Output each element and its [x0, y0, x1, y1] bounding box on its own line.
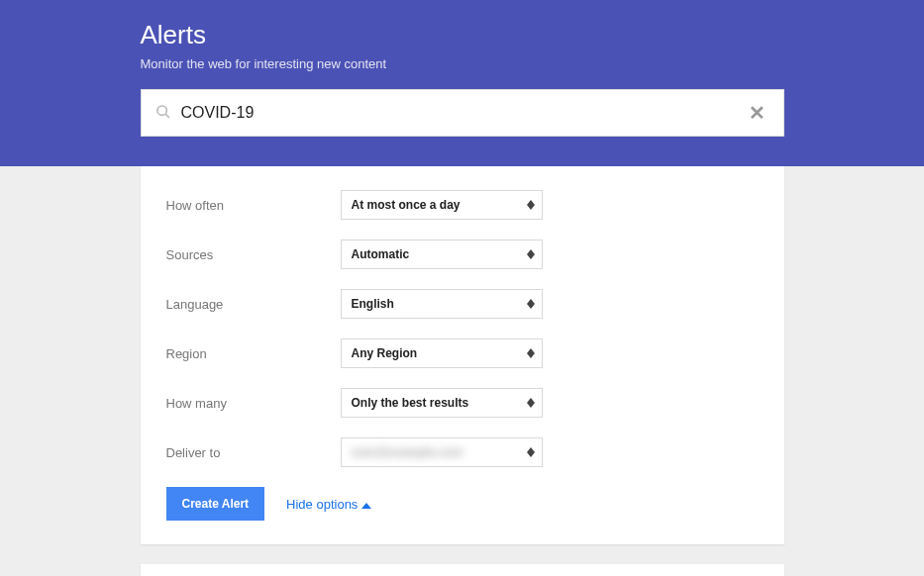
svg-line-1	[165, 114, 169, 118]
clear-icon[interactable]: ✕	[745, 101, 770, 125]
deliver-to-select[interactable]: user@example.com	[341, 437, 543, 467]
option-label: How often	[166, 198, 341, 213]
option-row-deliver-to: Deliver to user@example.com	[166, 437, 759, 467]
create-alert-button[interactable]: Create Alert	[166, 487, 265, 521]
option-label: Sources	[166, 247, 341, 262]
actions-row: Create Alert Hide options	[166, 487, 759, 521]
search-input[interactable]	[181, 104, 745, 122]
preview-panel: Alert preview NEWS	[141, 564, 784, 576]
hide-options-link[interactable]: Hide options	[286, 497, 371, 512]
region-select[interactable]: Any Region	[341, 338, 543, 368]
page-title: Alerts	[141, 20, 784, 50]
language-select[interactable]: English	[341, 289, 543, 319]
option-row-how-many: How many Only the best results	[166, 388, 759, 418]
page-subtitle: Monitor the web for interesting new cont…	[141, 56, 784, 71]
options-panel: How often At most once a day Sources Aut…	[141, 166, 784, 544]
option-row-sources: Sources Automatic	[166, 240, 759, 269]
option-row-how-often: How often At most once a day	[166, 190, 759, 220]
option-label: Language	[166, 297, 341, 312]
option-row-region: Region Any Region	[166, 338, 759, 368]
svg-point-0	[157, 106, 166, 115]
svg-marker-14	[361, 503, 371, 509]
hide-options-label: Hide options	[286, 497, 358, 512]
option-row-language: Language English	[166, 289, 759, 319]
chevron-up-icon	[361, 497, 371, 512]
header: Alerts Monitor the web for interesting n…	[0, 0, 924, 166]
option-label: Deliver to	[166, 445, 341, 460]
option-label: How many	[166, 396, 341, 411]
how-many-select[interactable]: Only the best results	[341, 388, 543, 418]
search-icon	[155, 104, 171, 123]
search-box[interactable]: ✕	[141, 89, 784, 137]
sources-select[interactable]: Automatic	[341, 240, 543, 269]
how-often-select[interactable]: At most once a day	[341, 190, 543, 220]
option-label: Region	[166, 346, 341, 361]
